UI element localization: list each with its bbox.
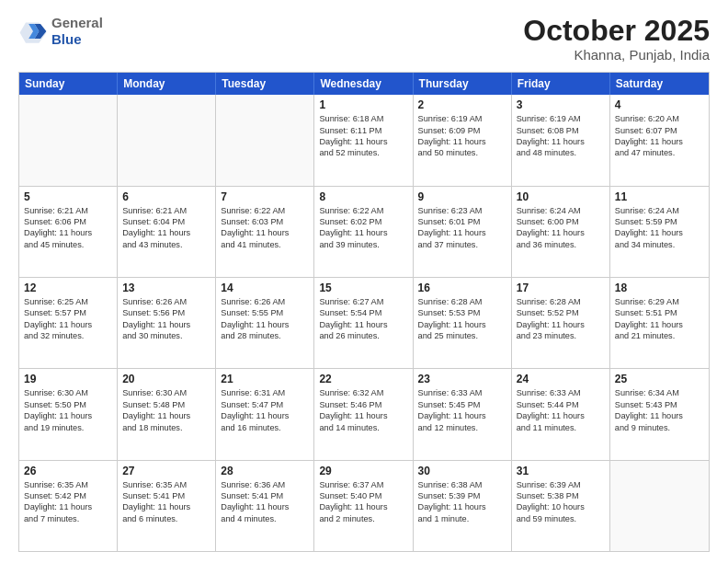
cell-line: Sunrise: 6:37 AM	[319, 479, 407, 490]
cell-line: Daylight: 11 hours	[517, 319, 605, 330]
cell-line: Sunset: 5:43 PM	[615, 399, 704, 410]
cell-line: and 39 minutes.	[319, 239, 407, 250]
cell-line: and 47 minutes.	[615, 147, 704, 158]
cell-line: Sunrise: 6:29 AM	[615, 296, 704, 307]
cell-line: Sunrise: 6:23 AM	[418, 205, 506, 216]
calendar-cell: 30Sunrise: 6:38 AMSunset: 5:39 PMDayligh…	[414, 461, 512, 551]
calendar-cell	[118, 95, 216, 185]
day-number: 18	[615, 282, 704, 294]
logo-general: General	[51, 15, 103, 31]
calendar-cell: 28Sunrise: 6:36 AMSunset: 5:41 PMDayligh…	[216, 461, 314, 551]
day-number: 3	[517, 98, 605, 111]
cell-line: Sunrise: 6:33 AM	[517, 387, 605, 398]
calendar-cell: 21Sunrise: 6:31 AMSunset: 5:47 PMDayligh…	[216, 369, 314, 459]
cell-line: Sunrise: 6:30 AM	[24, 387, 112, 398]
cell-line: and 37 minutes.	[418, 239, 506, 250]
cell-line: Daylight: 11 hours	[615, 227, 704, 238]
calendar-cell: 31Sunrise: 6:39 AMSunset: 5:38 PMDayligh…	[512, 461, 610, 551]
calendar-body: 1Sunrise: 6:18 AMSunset: 6:11 PMDaylight…	[19, 95, 709, 551]
cell-line: Daylight: 11 hours	[418, 319, 506, 330]
header: General Blue October 2025 Khanna, Punjab…	[18, 15, 710, 63]
calendar-header: SundayMondayTuesdayWednesdayThursdayFrid…	[19, 73, 709, 95]
cell-line: Sunset: 6:09 PM	[418, 125, 506, 136]
cell-line: and 7 minutes.	[24, 513, 112, 524]
calendar-row: 5Sunrise: 6:21 AMSunset: 6:06 PMDaylight…	[19, 187, 709, 278]
day-number: 15	[319, 282, 407, 294]
cell-line: Daylight: 11 hours	[122, 410, 210, 421]
cell-line: Daylight: 11 hours	[319, 227, 407, 238]
calendar-cell	[610, 461, 709, 551]
cell-line: Sunrise: 6:35 AM	[24, 479, 112, 490]
cell-line: Sunrise: 6:24 AM	[615, 205, 704, 216]
cell-line: and 30 minutes.	[122, 330, 210, 341]
calendar-cell: 15Sunrise: 6:27 AMSunset: 5:54 PMDayligh…	[314, 278, 413, 368]
cell-line: and 2 minutes.	[319, 513, 407, 524]
cell-line: Sunset: 5:53 PM	[418, 307, 506, 318]
cell-line: Daylight: 11 hours	[418, 136, 506, 147]
cell-line: and 34 minutes.	[615, 239, 704, 250]
day-number: 8	[319, 190, 407, 203]
day-number: 2	[418, 98, 506, 111]
calendar-cell: 22Sunrise: 6:32 AMSunset: 5:46 PMDayligh…	[314, 369, 413, 459]
calendar-cell: 16Sunrise: 6:28 AMSunset: 5:53 PMDayligh…	[414, 278, 512, 368]
cell-line: Daylight: 11 hours	[517, 136, 605, 147]
cell-line: and 28 minutes.	[221, 330, 309, 341]
day-number: 24	[517, 373, 605, 385]
cell-line: and 19 minutes.	[24, 422, 112, 433]
cell-line: Sunrise: 6:33 AM	[418, 387, 506, 398]
cell-line: Sunset: 5:51 PM	[615, 307, 704, 318]
logo-text: General Blue	[51, 15, 103, 48]
cell-line: Sunset: 5:38 PM	[517, 490, 605, 501]
calendar-cell: 7Sunrise: 6:22 AMSunset: 6:03 PMDaylight…	[216, 187, 314, 277]
weekday-header: Thursday	[414, 73, 512, 95]
weekday-header: Saturday	[610, 73, 709, 95]
cell-line: Daylight: 11 hours	[24, 227, 112, 238]
cell-line: Sunset: 5:55 PM	[221, 307, 309, 318]
calendar-cell: 18Sunrise: 6:29 AMSunset: 5:51 PMDayligh…	[610, 278, 709, 368]
cell-line: and 12 minutes.	[418, 422, 506, 433]
cell-line: Sunrise: 6:26 AM	[122, 296, 210, 307]
logo: General Blue	[18, 15, 103, 48]
cell-line: Sunset: 5:52 PM	[517, 307, 605, 318]
weekday-header: Sunday	[19, 73, 118, 95]
cell-line: Sunrise: 6:38 AM	[418, 479, 506, 490]
day-number: 21	[221, 373, 309, 385]
calendar-row: 26Sunrise: 6:35 AMSunset: 5:42 PMDayligh…	[19, 461, 709, 551]
logo-icon	[18, 17, 48, 46]
cell-line: Daylight: 11 hours	[319, 501, 407, 512]
month-title: October 2025	[523, 15, 710, 47]
day-number: 22	[319, 373, 407, 385]
cell-line: Sunset: 6:04 PM	[122, 216, 210, 227]
cell-line: Sunrise: 6:32 AM	[319, 387, 407, 398]
weekday-header: Monday	[118, 73, 216, 95]
cell-line: Sunrise: 6:35 AM	[122, 479, 210, 490]
cell-line: Sunset: 5:40 PM	[319, 490, 407, 501]
calendar-cell: 26Sunrise: 6:35 AMSunset: 5:42 PMDayligh…	[19, 461, 118, 551]
calendar-cell: 2Sunrise: 6:19 AMSunset: 6:09 PMDaylight…	[414, 95, 512, 185]
cell-line: Sunset: 5:59 PM	[615, 216, 704, 227]
day-number: 7	[221, 190, 309, 203]
day-number: 25	[615, 373, 704, 385]
cell-line: Sunset: 5:57 PM	[24, 307, 112, 318]
calendar-cell	[19, 95, 118, 185]
cell-line: Sunrise: 6:21 AM	[24, 205, 112, 216]
cell-line: Sunrise: 6:20 AM	[615, 113, 704, 124]
cell-line: Sunset: 5:48 PM	[122, 399, 210, 410]
calendar-cell: 1Sunrise: 6:18 AMSunset: 6:11 PMDaylight…	[314, 95, 413, 185]
day-number: 11	[615, 190, 704, 203]
cell-line: Daylight: 11 hours	[24, 319, 112, 330]
calendar-cell: 8Sunrise: 6:22 AMSunset: 6:02 PMDaylight…	[314, 187, 413, 277]
cell-line: and 52 minutes.	[319, 147, 407, 158]
cell-line: Sunset: 6:07 PM	[615, 125, 704, 136]
cell-line: Daylight: 11 hours	[221, 227, 309, 238]
cell-line: Daylight: 11 hours	[122, 319, 210, 330]
calendar-row: 1Sunrise: 6:18 AMSunset: 6:11 PMDaylight…	[19, 95, 709, 186]
cell-line: Sunset: 6:08 PM	[517, 125, 605, 136]
day-number: 23	[418, 373, 506, 385]
calendar-cell: 29Sunrise: 6:37 AMSunset: 5:40 PMDayligh…	[314, 461, 413, 551]
cell-line: and 6 minutes.	[122, 513, 210, 524]
cell-line: Daylight: 10 hours	[517, 501, 605, 512]
calendar-row: 12Sunrise: 6:25 AMSunset: 5:57 PMDayligh…	[19, 278, 709, 369]
cell-line: and 4 minutes.	[221, 513, 309, 524]
cell-line: and 23 minutes.	[517, 330, 605, 341]
